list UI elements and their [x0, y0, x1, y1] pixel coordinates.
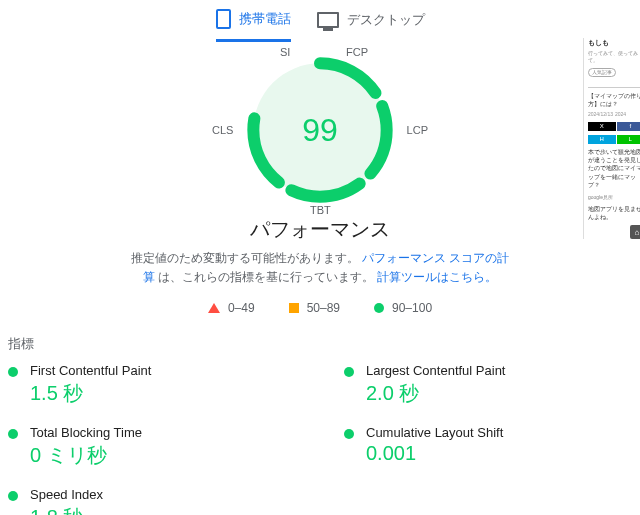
performance-gauge: 99 SI FCP LCP TBT CLS	[240, 50, 400, 210]
status-dot-icon	[8, 429, 18, 439]
performance-gauge-section: 99 SI FCP LCP TBT CLS パフォーマンス 推定値のため変動する…	[0, 50, 640, 315]
share-x-icon[interactable]: X	[588, 122, 616, 131]
legend-bad: 0–49	[208, 301, 255, 315]
legend-mid: 50–89	[289, 301, 340, 315]
sidebar-post-title: 【マイマップの作り方】には？	[588, 92, 640, 109]
score-legend: 0–49 50–89 90–100	[0, 301, 640, 315]
sidebar-post-meta: 2024/12/13 2024	[588, 111, 640, 118]
share-hb-icon[interactable]: H	[588, 135, 616, 144]
status-dot-icon	[8, 491, 18, 501]
sidebar-preview: もしも 行ってみて、使ってみて。 人気記事 【マイマップの作り方】には？ 202…	[583, 38, 640, 239]
sidebar-heading: もしも	[588, 38, 640, 48]
sidebar-social-2: H L	[588, 135, 640, 144]
gauge-title: パフォーマンス	[0, 216, 640, 243]
desktop-icon	[317, 12, 339, 28]
metric-lcp: Largest Contentful Paint2.0 秒	[344, 363, 640, 407]
metric-si: Speed Index1.8 秒	[8, 487, 304, 515]
gauge-label-si: SI	[280, 46, 290, 58]
share-fb-icon[interactable]: f	[617, 122, 641, 131]
gauge-label-tbt: TBT	[310, 204, 331, 216]
gauge-score: 99	[240, 50, 400, 210]
circle-icon	[374, 303, 384, 313]
gauge-subtitle: 推定値のため変動する可能性があります。 パフォーマンス スコアの計算 は、これら…	[130, 249, 510, 287]
tab-mobile[interactable]: 携帯電話	[216, 6, 291, 42]
metrics-heading: 指標	[8, 335, 640, 353]
gauge-sub-text2: は、これらの指標を基に行っています。	[158, 270, 374, 284]
status-dot-icon	[8, 367, 18, 377]
metric-tbt: Total Blocking Time0 ミリ秒	[8, 425, 304, 469]
gauge-label-fcp: FCP	[346, 46, 368, 58]
home-icon[interactable]: ⌂	[630, 225, 640, 239]
device-tabs: 携帯電話 デスクトップ	[0, 0, 640, 42]
gauge-label-lcp: LCP	[407, 124, 428, 136]
metrics-grid: First Contentful Paint1.5 秒 Total Blocki…	[0, 363, 640, 515]
sidebar-tag[interactable]: google見所	[588, 194, 640, 201]
link-calc-tool[interactable]: 計算ツールはこちら。	[377, 270, 497, 284]
mobile-icon	[216, 9, 231, 29]
tab-desktop[interactable]: デスクトップ	[317, 6, 425, 42]
share-ln-icon[interactable]: L	[617, 135, 641, 144]
sidebar-body2: 地図アプリを見ませんよね。	[588, 205, 640, 222]
sidebar-social: X f	[588, 122, 640, 131]
legend-good: 90–100	[374, 301, 432, 315]
metrics-col-right: Largest Contentful Paint2.0 秒 Cumulative…	[344, 363, 640, 515]
metrics-col-left: First Contentful Paint1.5 秒 Total Blocki…	[8, 363, 304, 515]
status-dot-icon	[344, 429, 354, 439]
metric-cls: Cumulative Layout Shift0.001	[344, 425, 640, 465]
tab-mobile-label: 携帯電話	[239, 10, 291, 28]
sidebar-pill[interactable]: 人気記事	[588, 68, 616, 77]
sidebar-card[interactable]: 【マイマップの作り方】には？ 2024/12/13 2024 X f H L 本…	[588, 87, 640, 240]
triangle-icon	[208, 303, 220, 313]
gauge-label-cls: CLS	[212, 124, 233, 136]
metric-fcp: First Contentful Paint1.5 秒	[8, 363, 304, 407]
status-dot-icon	[344, 367, 354, 377]
sidebar-body1: 本で歩いて観光地図が違うことを発見したので地図にマイマップを一緒にマップ？	[588, 148, 640, 190]
tab-desktop-label: デスクトップ	[347, 11, 425, 29]
gauge-sub-text1: 推定値のため変動する可能性があります。	[131, 251, 359, 265]
sidebar-sub: 行ってみて、使ってみて。	[588, 50, 640, 64]
square-icon	[289, 303, 299, 313]
